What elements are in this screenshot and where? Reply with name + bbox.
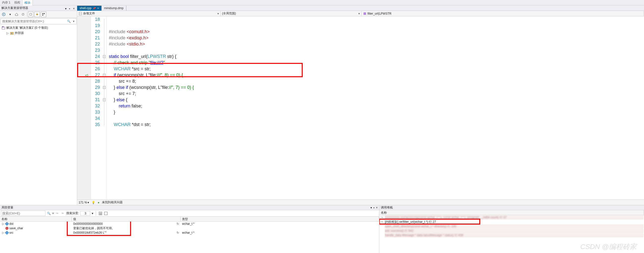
chevron-down-icon[interactable]: ▾ [218,12,219,15]
external-sources[interactable]: ▷ 外部源 [0,31,76,36]
show-all-icon[interactable] [41,12,46,17]
collapse-icon[interactable] [28,12,34,17]
variable-icon [5,231,9,234]
chevron-down-icon[interactable]: ▾ [71,20,76,23]
expander-icon[interactable]: ▷ [6,32,9,35]
col-type[interactable]: 类型 [180,217,379,221]
dropdown-icon[interactable]: ▾ [65,7,68,10]
tab-threads[interactable]: 线程 [12,0,22,6]
callstack-row[interactable]: open_shell_directory(const wchar_t * dir… [380,224,644,228]
close-icon[interactable]: × [376,206,378,209]
sync-icon[interactable] [20,12,26,17]
code-editor[interactable]: ➪ 181920212223242526272829303132333435 −… [77,16,644,199]
back-icon[interactable] [1,12,6,17]
prev-icon[interactable]: ← [56,211,60,216]
tool-icon-1[interactable]: ⊡ [98,211,102,215]
svg-text:⊡: ⊡ [100,212,102,215]
search-icon[interactable]: 🔍 [66,20,71,23]
solution-search-input[interactable] [1,20,66,23]
chevron-down-icon[interactable]: ▾ [358,12,360,15]
file-tab-shell-cpp[interactable]: shell.cpp 📌 × [77,6,102,11]
solution-root-label: 解决方案 '解决方案1' (0 个项目) [6,26,48,30]
dropdown-icon[interactable]: ▾ [8,12,13,17]
locals-row[interactable]: ▷src0x0000018df372eb26 L""↻wchar_t * [0,230,379,235]
file-tab-label: minidump.dmp [104,7,124,10]
chevron-down-icon[interactable]: ▾ [88,201,89,204]
solution-icon [2,26,6,30]
expander-icon[interactable]: ▷ [2,231,4,234]
svg-rect-2 [42,13,43,14]
properties-icon[interactable] [34,12,40,17]
pin-icon[interactable]: ▪ [69,7,72,10]
close-icon[interactable]: × [73,7,76,10]
svg-rect-6 [2,27,4,27]
depth-value[interactable]: 3 [80,211,90,216]
callstack-title: 调用堆栈 [381,205,393,210]
function-icon [363,12,366,15]
exec-pointer-icon: ➪ [85,73,89,78]
dropdown-icon[interactable]: ▾ [370,206,372,209]
depth-label: 搜索深度: [66,211,79,215]
solution-explorer: 解决方案资源管理器 ▾ ▪ × ▾ 🔍 ▾ [0,6,77,205]
external-sources-label: 外部源 [15,31,24,35]
search-icon[interactable]: 🔍 [47,212,51,215]
svg-rect-13 [104,212,107,215]
callstack-row[interactable]: ⇨[内联框架] xe!filter_url(wchar_t *) 行 27 [380,219,644,224]
svg-rect-5 [2,27,5,29]
context-project[interactable]: ++ 杂项文件 ▾ [77,11,220,16]
external-sources-icon [10,31,14,35]
variable-icon [5,222,9,225]
context-function[interactable]: filter_url(LPWSTR [362,11,644,16]
tool-icon-2[interactable] [104,211,108,215]
col-value[interactable]: 值 [72,217,180,221]
clear-icon[interactable]: × [52,212,54,215]
expander-icon[interactable]: ▷ [2,222,4,225]
solution-explorer-title: 解决方案资源管理器 [2,6,28,10]
chevron-down-icon[interactable]: ▾ [92,212,93,215]
frame-pointer-icon: ↪ [380,216,384,219]
error-icon: × [6,227,8,230]
svg-rect-4 [42,15,43,16]
home-icon[interactable] [14,12,19,17]
status-message: 未找到相关问题 [102,200,123,204]
refresh-icon[interactable]: ↻ [176,222,179,225]
locals-row[interactable]: ×save_char变量已被优化掉，因而不可用。 [0,226,379,230]
col-name[interactable]: 名称 [380,210,644,215]
frame-pointer-icon: ⇨ [380,220,384,223]
callstack-row[interactable]: ask::success() 行 542 [380,228,644,233]
locals-row[interactable]: ▷dst0x0000000000000000 ↻wchar_t * [0,221,379,226]
tab-memory[interactable]: 内存 1 [0,0,12,6]
status-ok-icon: ● [98,201,100,204]
refresh-icon[interactable]: ↻ [176,231,179,234]
svg-rect-10 [364,12,366,15]
locals-pane: 局部变量 ▾ ▪ × 🔍 × ← → 搜索深度: 3 ▾ ⊡ [0,205,380,253]
close-icon[interactable]: × [97,7,99,10]
file-tab-label: shell.cpp [80,7,91,10]
zoom-level[interactable]: 171 % ▾ [79,201,89,204]
context-scope[interactable]: (全局范围) ▾ [220,11,362,16]
svg-text:++: ++ [80,13,81,15]
svg-rect-3 [44,13,45,14]
next-icon[interactable]: → [60,211,65,216]
svg-point-0 [2,13,5,16]
solution-root[interactable]: 解决方案 '解决方案1' (0 个项目) [0,25,76,31]
tab-modules[interactable]: 模块 [22,0,33,6]
cpp-file-icon: ++ [79,12,82,15]
callstack-pane: 调用堆栈 名称 ↪xxxxxxxxxx.xxx!wcsncmp(const wc… [380,205,644,253]
callstack-row[interactable]: ↪xxxxxxxxxx.xxx!wcsncmp(const wchar_t * … [380,215,644,219]
pin-icon[interactable]: ▪ [374,206,374,209]
pin-icon[interactable]: 📌 [93,7,96,10]
lightbulb-icon[interactable]: 💡 [92,201,95,204]
callstack-row[interactable]: handle_data Message * data tatusMessage … [380,233,644,237]
locals-search-input[interactable] [1,211,46,216]
col-name[interactable]: 名称 [0,217,72,221]
locals-title: 局部变量 [2,205,13,210]
file-tab-minidump[interactable]: minidump.dmp [102,6,126,11]
svg-rect-1 [30,13,32,15]
